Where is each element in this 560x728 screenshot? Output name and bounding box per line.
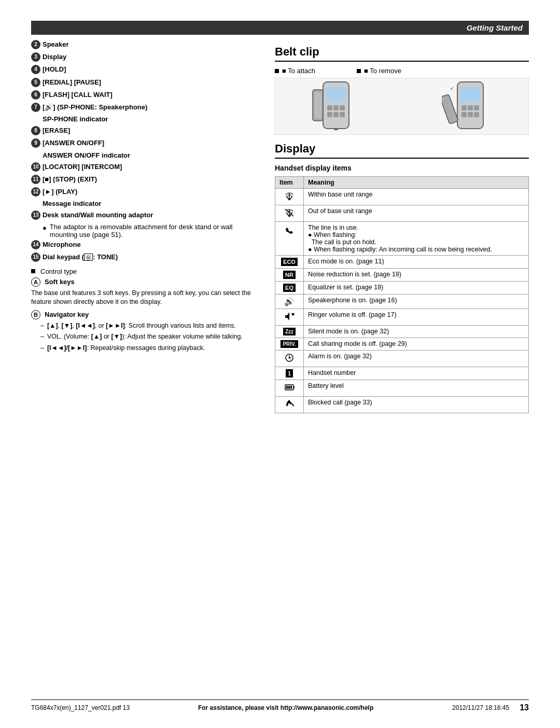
table-row: Out of base unit range — [275, 205, 529, 222]
table-meaning-cell: Ringer volume is off. (page 17) — [304, 309, 529, 326]
svg-rect-5 — [327, 112, 332, 117]
table-header-meaning: Meaning — [304, 177, 529, 189]
svg-rect-4 — [340, 105, 345, 110]
belt-clip-images: ⬅ ↙ — [275, 78, 529, 135]
belt-attach-image: ⬅ — [310, 79, 362, 134]
table-meaning-cell: Blocked call (page 33) — [304, 397, 529, 413]
priv-icon: PRIV. — [281, 340, 298, 348]
svg-rect-16 — [461, 112, 467, 117]
table-meaning-cell: Speakerphone is on. (page 16) — [304, 295, 529, 309]
svg-rect-14 — [468, 105, 473, 110]
dash-icon: – — [40, 321, 44, 331]
item-bullet: ● The adaptor is a removable attachment … — [43, 223, 259, 239]
nav-item-1: – [▲], [▼], [I◄◄], or [►►I]: Scroll thro… — [40, 321, 259, 331]
list-item: 11 [■] (STOP) (EXIT) — [31, 175, 259, 184]
svg-rect-15 — [474, 105, 479, 110]
antenna-full-icon — [284, 191, 295, 201]
item-sub: Message indicator — [43, 200, 259, 207]
attach-label: ■ To attach — [275, 67, 315, 75]
belt-remove-image: ↙ — [442, 79, 494, 134]
table-icon-cell: ECO — [275, 256, 304, 269]
remove-label: ■ To remove — [357, 67, 401, 75]
table-icon-cell: EQ — [275, 282, 304, 295]
item-number: 3 — [31, 52, 40, 62]
table-meaning-cell: Battery level — [304, 380, 529, 397]
svg-rect-7 — [340, 112, 345, 117]
table-row: 🔊 Speakerphone is on. (page 16) — [275, 295, 529, 309]
bullet-icon: ● — [43, 224, 47, 232]
item-label: Display — [43, 52, 66, 62]
svg-rect-12 — [460, 87, 481, 103]
table-meaning-cell: Noise reduction is set. (page 19) — [304, 269, 529, 282]
table-icon-cell: NR — [275, 269, 304, 282]
table-meaning-cell: Call sharing mode is off. (page 29) — [304, 338, 529, 351]
table-meaning-cell: Silent mode is on. (page 32) — [304, 326, 529, 338]
control-type-header: Control type — [31, 268, 259, 275]
sq-bullet-icon — [357, 69, 361, 73]
phone-icon — [284, 224, 295, 234]
nr-icon: NR — [283, 271, 296, 279]
table-row: Zzz Silent mode is on. (page 32) — [275, 326, 529, 338]
antenna-cross-icon — [284, 207, 295, 218]
item-sub: ANSWER ON/OFF indicator — [43, 151, 259, 159]
item-label: Desk stand/Wall mounting adaptor — [43, 211, 153, 220]
eq-icon: EQ — [283, 284, 296, 292]
alarm-icon — [284, 353, 295, 363]
list-item: 7 [🔊] (SP-PHONE: Speakerphone) — [31, 103, 259, 112]
table-row: Blocked call (page 33) — [275, 397, 529, 413]
table-meaning-cell: The line is in use. ● When flashing: The… — [304, 222, 529, 256]
footer-date: 2012/11/27 18:16:45 — [452, 704, 509, 711]
eco-icon: ECO — [281, 258, 298, 266]
list-item: 3 Display — [31, 52, 259, 62]
table-row: Battery level — [275, 380, 529, 397]
item-label: [ANSWER ON/OFF] — [43, 138, 104, 148]
item-number: 8 — [31, 126, 40, 135]
item-number: 13 — [31, 211, 40, 220]
svg-rect-6 — [333, 112, 339, 117]
item-label: [HOLD] — [43, 65, 66, 74]
table-icon-cell: Zzz — [275, 326, 304, 338]
circle-b-icon: B — [31, 310, 40, 319]
nav-item-text: [▲], [▼], [I◄◄], or [►►I]: Scroll throug… — [47, 321, 236, 331]
nav-item-text: VOL. (Volume: [▲] or [▼]): Adjust the sp… — [47, 332, 243, 342]
list-item: 4 [HOLD] — [31, 65, 259, 74]
footer-page-num: 13 — [520, 703, 529, 712]
control-type-section: Control type A Soft keys The base unit f… — [31, 268, 259, 353]
svg-rect-36 — [286, 386, 288, 389]
table-icon-cell: PRIV. — [275, 338, 304, 351]
item-label: [ERASE] — [43, 126, 70, 135]
blocked-call-icon — [284, 399, 295, 409]
svg-rect-35 — [293, 386, 295, 388]
item-label: [🔊] (SP-PHONE: Speakerphone) — [43, 103, 147, 112]
item-number: 2 — [31, 40, 40, 49]
header-title: Getting Started — [467, 23, 523, 32]
navigator-key-label: Navigator key — [45, 311, 89, 318]
control-type-label: Control type — [40, 268, 77, 275]
svg-line-22 — [286, 196, 289, 200]
list-item: 6 [FLASH] [CALL WAIT] — [31, 90, 259, 100]
handset-num-icon: 1 — [286, 369, 293, 377]
attach-text: ■ To attach — [282, 67, 315, 75]
footer-center: For assistance, please visit http://www.… — [130, 704, 442, 711]
item-label: [LOCATOR] [INTERCOM] — [43, 162, 122, 172]
svg-text:⬅: ⬅ — [334, 127, 338, 132]
svg-line-39 — [291, 403, 294, 406]
speakerphone-icon: 🔊 — [284, 297, 295, 306]
list-item: 8 [ERASE] — [31, 126, 259, 135]
svg-line-25 — [286, 213, 289, 217]
right-column: Belt clip ■ To attach ■ To remove — [275, 40, 529, 413]
table-icon-cell — [275, 189, 304, 205]
belt-clip-title: Belt clip — [275, 45, 529, 62]
table-row: Alarm is on. (page 32) — [275, 351, 529, 367]
item-number: 15 — [31, 253, 40, 262]
item-number: 5 — [31, 78, 40, 87]
table-row: ECO Eco mode is on. (page 11) — [275, 256, 529, 269]
bullet-text: The adaptor is a removable attachment fo… — [50, 223, 259, 239]
soft-keys-label: Soft keys — [45, 278, 75, 286]
footer-left: TG684x7x(en)_1127_ver021.pdf 13 — [31, 704, 130, 711]
table-icon-cell — [275, 222, 304, 256]
table-meaning-cell: Handset number — [304, 367, 529, 380]
list-item: 2 Speaker — [31, 40, 259, 49]
list-item: 10 [LOCATOR] [INTERCOM] — [31, 162, 259, 172]
item-number: 6 — [31, 90, 40, 100]
